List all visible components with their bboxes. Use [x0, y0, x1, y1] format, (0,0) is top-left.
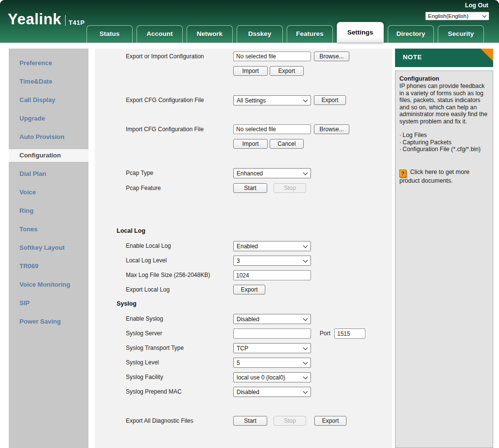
- chevron-down-icon: [303, 258, 308, 262]
- note-text: IP phones can provide feedback in a vari…: [399, 83, 489, 125]
- tab-status[interactable]: Status: [86, 25, 133, 43]
- field-label: Export or Import Configuration: [126, 52, 204, 62]
- pcap-start-button[interactable]: Start: [233, 183, 267, 193]
- logout-link[interactable]: Log Out: [465, 2, 488, 9]
- export-cfg-select[interactable]: All Settings: [233, 95, 311, 105]
- model-name: T41P: [69, 19, 85, 26]
- sidebar-item-sip[interactable]: SIP: [9, 294, 88, 312]
- sidebar-item-label: TR069: [9, 260, 88, 273]
- select-value: Disabled: [237, 389, 259, 396]
- field-label: Enable Syslog: [126, 314, 163, 324]
- chevron-down-icon: [303, 170, 308, 175]
- tab-directory[interactable]: Directory: [388, 25, 434, 43]
- config-file-input[interactable]: [233, 52, 311, 61]
- config-browse-button[interactable]: Browse...: [314, 52, 349, 61]
- sidebar-item-upgrade[interactable]: Upgrade: [9, 109, 88, 128]
- sidebar-item-label: Call Display: [9, 94, 88, 106]
- local-log-level-row: Local Log Level 3: [95, 256, 392, 266]
- sidebar: Preference Time&Date Call Display Upgrad…: [9, 49, 88, 448]
- tab-dsskey[interactable]: Dsskey: [237, 25, 283, 43]
- sidebar-item-power-saving[interactable]: Power Saving: [9, 312, 88, 331]
- note-panel: NOTE Configuration IP phones can provide…: [395, 49, 493, 448]
- enable-local-log-select[interactable]: Enabled: [233, 241, 311, 251]
- syslog-level-select[interactable]: 5: [233, 358, 311, 368]
- export-import-config-row: Export or Import Configuration Browse...: [95, 52, 392, 62]
- max-log-file-size-input[interactable]: [233, 270, 311, 280]
- export-diagnostics-row: Export All Diagnostic Files Start Stop E…: [95, 416, 392, 426]
- chevron-down-icon: [303, 97, 308, 102]
- tab-features[interactable]: Features: [287, 25, 333, 43]
- configuration-form: Export or Import Configuration Browse...…: [95, 49, 392, 448]
- field-label: Syslog Server: [126, 328, 162, 339]
- max-log-file-size-row: Max Log File Size (256-2048KB): [95, 270, 392, 280]
- tab-account[interactable]: Account: [137, 25, 183, 43]
- port-label: Port: [320, 328, 330, 339]
- syslog-facility-select[interactable]: local use 0 (local0): [233, 372, 311, 382]
- syslog-server-input[interactable]: [233, 328, 311, 339]
- sidebar-item-label: Time&Date: [9, 75, 88, 88]
- language-select[interactable]: English(English): [425, 12, 489, 20]
- pcap-type-select[interactable]: Enhanced: [233, 168, 311, 178]
- note-title: NOTE: [403, 53, 422, 61]
- diagnostics-start-button[interactable]: Start: [233, 416, 267, 426]
- help-question-icon: ?: [399, 170, 406, 177]
- tab-security[interactable]: Security: [438, 25, 484, 43]
- section-title-local-log: Local Log: [117, 227, 145, 234]
- note-bullet: Capturing Packets: [399, 139, 489, 146]
- field-label: Syslog Prepend MAC: [126, 387, 182, 397]
- brand-name: Yealink: [8, 12, 61, 27]
- chevron-down-icon: [303, 360, 308, 364]
- export-cfg-export-button[interactable]: Export: [314, 95, 346, 105]
- enable-local-log-row: Enable Local Log Enabled: [95, 241, 392, 251]
- config-import-button[interactable]: Import: [233, 66, 268, 76]
- sidebar-item-auto-provision[interactable]: Auto Provision: [9, 128, 88, 146]
- export-local-log-button[interactable]: Export: [233, 285, 265, 294]
- chevron-down-icon: [303, 345, 308, 350]
- syslog-transport-row: Syslog Transport Type TCP: [95, 343, 392, 353]
- header: Log Out English(English) Yealink T41P St…: [0, 0, 499, 43]
- local-log-level-select[interactable]: 3: [233, 256, 311, 266]
- enable-syslog-row: Enable Syslog Disabled: [95, 314, 392, 324]
- sidebar-item-time-date[interactable]: Time&Date: [9, 72, 88, 91]
- import-cfg-buttons-row: Import Cancel: [95, 139, 392, 149]
- sidebar-item-tr069[interactable]: TR069: [9, 257, 88, 276]
- chevron-down-icon: [482, 13, 486, 17]
- note-bullet-list: Log Files Capturing Packets Configuratio…: [399, 132, 489, 153]
- chevron-down-icon: [303, 389, 308, 394]
- syslog-prepend-mac-select[interactable]: Disabled: [233, 387, 311, 397]
- sidebar-item-dial-plan[interactable]: Dial Plan: [9, 165, 88, 183]
- cfg-file-input[interactable]: [233, 124, 311, 134]
- sidebar-item-tones[interactable]: Tones: [9, 220, 88, 239]
- pcap-feature-row: Pcap Feature Start Stop: [95, 183, 392, 193]
- select-value: 3: [237, 258, 240, 264]
- tab-network[interactable]: Network: [187, 25, 233, 43]
- export-cfg-row: Export CFG Configuration File All Settin…: [95, 95, 392, 105]
- help-link[interactable]: ?Click here to get more product document…: [399, 169, 489, 185]
- sidebar-item-label: Preference: [9, 57, 88, 69]
- sidebar-item-softkey-layout[interactable]: Softkey Layout: [9, 239, 88, 257]
- sidebar-item-voice-monitoring[interactable]: Voice Monitoring: [9, 276, 88, 294]
- cfg-browse-button[interactable]: Browse...: [314, 124, 349, 134]
- sidebar-item-voice[interactable]: Voice: [9, 183, 88, 202]
- export-local-log-row: Export Local Log Export: [95, 285, 392, 295]
- sidebar-item-call-display[interactable]: Call Display: [9, 91, 88, 109]
- sidebar-item-configuration[interactable]: Configuration: [9, 146, 88, 165]
- config-export-button[interactable]: Export: [270, 66, 304, 76]
- export-import-config-buttons-row: Import Export: [95, 66, 392, 76]
- select-value: All Settings: [237, 97, 266, 104]
- syslog-transport-select[interactable]: TCP: [233, 343, 311, 353]
- chevron-down-icon: [303, 316, 308, 321]
- sidebar-item-preference[interactable]: Preference: [9, 54, 88, 72]
- sidebar-item-ring[interactable]: Ring: [9, 202, 88, 220]
- sidebar-item-label: Voice Monitoring: [9, 278, 88, 291]
- main-nav-tabs: Status Account Network Dsskey Features S…: [86, 22, 488, 43]
- cfg-cancel-button[interactable]: Cancel: [270, 139, 304, 149]
- diagnostics-export-button[interactable]: Export: [314, 416, 346, 426]
- field-label: Max Log File Size (256-2048KB): [126, 270, 210, 280]
- enable-syslog-select[interactable]: Disabled: [233, 314, 311, 324]
- tab-settings[interactable]: Settings: [337, 22, 384, 43]
- syslog-facility-row: Syslog Facility local use 0 (local0): [95, 372, 392, 382]
- note-header: NOTE: [395, 49, 493, 67]
- cfg-import-button[interactable]: Import: [233, 139, 268, 149]
- syslog-port-input[interactable]: [334, 328, 365, 339]
